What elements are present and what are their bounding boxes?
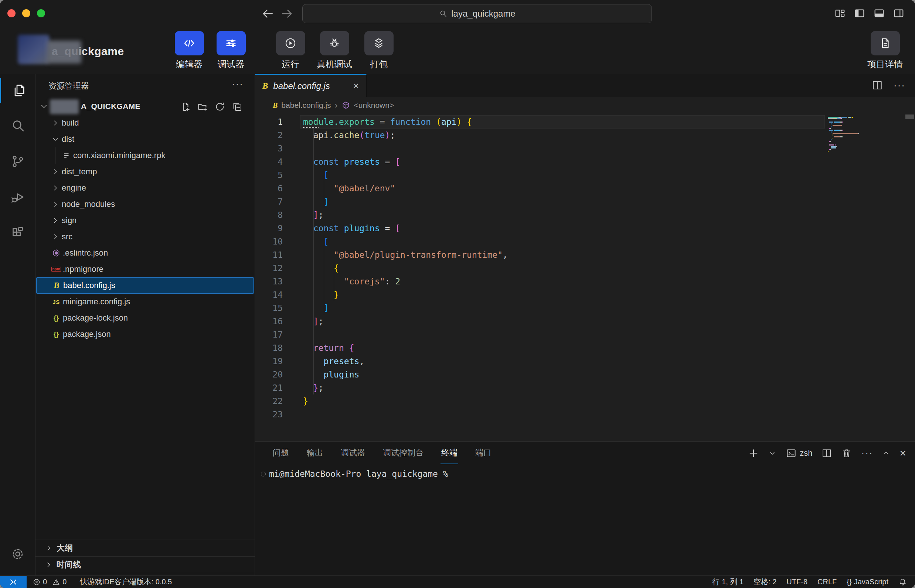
close-panel-icon[interactable]: × bbox=[899, 447, 906, 459]
workbench: 资源管理器 ··· A_QUICKGAME builddistcom.xiaom… bbox=[0, 74, 915, 575]
document-icon bbox=[871, 31, 900, 55]
new-terminal-icon[interactable] bbox=[748, 447, 759, 459]
code-line: presets, bbox=[303, 355, 508, 368]
new-folder-icon[interactable] bbox=[197, 101, 208, 112]
split-editor-icon[interactable] bbox=[871, 79, 883, 91]
tree-file-babel.config.js[interactable]: Bbabel.config.js bbox=[36, 277, 254, 294]
eol-status[interactable]: CRLF bbox=[818, 578, 837, 586]
minimap[interactable] bbox=[828, 117, 863, 154]
maximize-panel-icon[interactable] bbox=[882, 449, 891, 458]
scrollbar-slider[interactable] bbox=[905, 115, 914, 119]
more-actions-icon[interactable]: ··· bbox=[232, 78, 243, 90]
tree-item-label: src bbox=[62, 232, 73, 242]
line-number: 7 bbox=[255, 195, 283, 208]
terminal-content[interactable]: mi@mideMacBook-Pro laya_quickgame % bbox=[261, 469, 448, 479]
tree-file-minigame.config.js[interactable]: JSminigame.config.js bbox=[36, 294, 254, 310]
tab-bar: B babel.config.js × ··· bbox=[255, 74, 915, 97]
terminal-instance[interactable]: zsh bbox=[785, 447, 812, 459]
tab-close-icon[interactable]: × bbox=[353, 80, 359, 92]
tree-file-.npmignore[interactable]: npm.npmignore bbox=[36, 261, 254, 277]
tree-root-row[interactable]: A_QUICKGAME bbox=[36, 99, 254, 115]
split-terminal-icon[interactable] bbox=[821, 447, 832, 459]
toggle-primary-sidebar-icon[interactable] bbox=[853, 6, 866, 20]
editor-mode-button[interactable]: 编辑器 bbox=[172, 31, 206, 70]
toggle-panel-icon[interactable] bbox=[873, 6, 886, 20]
line-number: 18 bbox=[255, 341, 283, 355]
run-debug-icon[interactable] bbox=[0, 185, 35, 209]
tree-folder-node_modules[interactable]: node_modules bbox=[36, 196, 254, 212]
search-view-icon[interactable] bbox=[0, 114, 35, 138]
tab-babel-config[interactable]: B babel.config.js × bbox=[255, 74, 367, 97]
refresh-icon[interactable] bbox=[214, 101, 225, 112]
outline-section[interactable]: 大纲 bbox=[36, 540, 254, 556]
cursor-position-status[interactable]: 行 1, 列 1 bbox=[713, 577, 743, 587]
breadcrumb-symbol[interactable]: <unknown> bbox=[354, 101, 394, 110]
panel-tab-问题[interactable]: 问题 bbox=[264, 442, 298, 465]
package-button[interactable]: 打包 bbox=[362, 31, 396, 70]
notifications-bell-icon[interactable] bbox=[898, 578, 907, 586]
collapse-all-icon[interactable] bbox=[232, 101, 243, 112]
line-number: 10 bbox=[255, 235, 283, 248]
panel-tab-终端[interactable]: 终端 bbox=[432, 442, 466, 465]
code-line: plugins bbox=[303, 368, 508, 381]
macos-minimize-button[interactable] bbox=[22, 9, 30, 17]
project-details-button[interactable]: 项目详情 bbox=[864, 31, 906, 70]
tree-file-package.json[interactable]: {}package.json bbox=[36, 326, 254, 342]
debugger-mode-button[interactable]: 调试器 bbox=[214, 31, 248, 70]
macos-maximize-button[interactable] bbox=[37, 9, 45, 17]
line-number: 4 bbox=[255, 155, 283, 168]
toggle-secondary-sidebar-icon[interactable] bbox=[892, 6, 905, 20]
remote-indicator[interactable] bbox=[0, 576, 27, 588]
ide-version-status[interactable]: 快游戏IDE客户端版本: 0.0.5 bbox=[80, 577, 172, 587]
breadcrumb-file[interactable]: babel.config.js bbox=[281, 101, 331, 110]
tab-label: babel.config.js bbox=[273, 81, 330, 91]
panel-tab-调试器[interactable]: 调试器 bbox=[332, 442, 374, 465]
encoding-status[interactable]: UTF-8 bbox=[786, 578, 808, 586]
explorer-sidebar: 资源管理器 ··· A_QUICKGAME builddistcom.xiaom… bbox=[35, 74, 255, 575]
tree-folder-dist_temp[interactable]: dist_temp bbox=[36, 164, 254, 180]
sidebar-sections: 大纲 时间线 bbox=[36, 540, 254, 573]
code-line: return { bbox=[303, 341, 508, 355]
chevron-down-icon[interactable] bbox=[768, 449, 777, 458]
timeline-section[interactable]: 时间线 bbox=[36, 556, 254, 573]
line-number: 3 bbox=[255, 142, 283, 155]
tree-folder-engine[interactable]: engine bbox=[36, 180, 254, 196]
customize-layout-icon[interactable] bbox=[833, 6, 847, 20]
tree-folder-dist[interactable]: dist bbox=[36, 131, 254, 147]
language-label: JavaScript bbox=[854, 578, 888, 586]
code-editor[interactable]: 1234567891011121314151617181920212223 mo… bbox=[255, 114, 915, 441]
tree-item-label: .eslintrc.json bbox=[63, 248, 108, 258]
tree-item-label: minigame.config.js bbox=[63, 297, 130, 307]
debugger-mode-label: 调试器 bbox=[214, 58, 248, 70]
macos-close-button[interactable] bbox=[7, 9, 16, 17]
command-center-search[interactable]: laya_quickgame bbox=[302, 4, 652, 23]
tree-file-com.xiaomi.minigame.rpk[interactable]: com.xiaomi.minigame.rpk bbox=[36, 147, 254, 164]
nav-forward-icon[interactable] bbox=[280, 6, 294, 21]
panel-tabs: 问题输出调试器调试控制台终端端口 bbox=[264, 442, 500, 465]
nav-back-icon[interactable] bbox=[261, 6, 275, 21]
panel-tab-输出[interactable]: 输出 bbox=[298, 442, 332, 465]
explorer-icon[interactable] bbox=[0, 78, 36, 103]
chevron-right-icon: › bbox=[335, 100, 338, 110]
tree-file-.eslintrc.json[interactable]: .eslintrc.json bbox=[36, 245, 254, 261]
editor-group: B babel.config.js × ··· B babel.config.j… bbox=[255, 74, 915, 441]
panel-tab-端口[interactable]: 端口 bbox=[466, 442, 500, 465]
tree-folder-build[interactable]: build bbox=[36, 115, 254, 131]
indentation-status[interactable]: 空格: 2 bbox=[753, 577, 776, 587]
device-debug-button[interactable]: 真机调试 bbox=[314, 31, 355, 70]
tree-folder-sign[interactable]: sign bbox=[36, 212, 254, 229]
tree-folder-src[interactable]: src bbox=[36, 229, 254, 245]
new-file-icon[interactable] bbox=[180, 101, 191, 112]
settings-gear-icon[interactable] bbox=[0, 542, 35, 566]
tree-file-package-lock.json[interactable]: {}package-lock.json bbox=[36, 310, 254, 326]
run-button[interactable]: 运行 bbox=[274, 31, 308, 70]
json-icon: {} bbox=[51, 314, 62, 322]
panel-more-actions-icon[interactable]: ··· bbox=[861, 447, 873, 459]
kill-terminal-icon[interactable] bbox=[841, 447, 852, 459]
source-control-icon[interactable] bbox=[0, 149, 35, 174]
editor-more-actions-icon[interactable]: ··· bbox=[894, 80, 905, 91]
panel-tab-调试控制台[interactable]: 调试控制台 bbox=[374, 442, 432, 465]
problems-status[interactable]: 0 0 bbox=[32, 578, 66, 586]
extensions-icon[interactable] bbox=[0, 221, 35, 245]
language-status[interactable]: {} JavaScript bbox=[847, 578, 888, 586]
